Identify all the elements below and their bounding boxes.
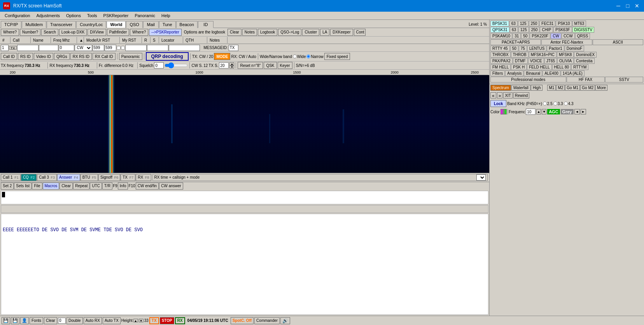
rx-rs-id-button[interactable]: RX RS ID xyxy=(70,53,92,60)
la-button[interactable]: LA xyxy=(320,29,329,36)
r-checkbox[interactable] xyxy=(117,46,121,50)
mode-sstv[interactable]: SSTV xyxy=(605,77,643,83)
mode-button[interactable]: MODE xyxy=(214,53,230,60)
lookup-button[interactable]: Look-up DXK xyxy=(59,29,87,36)
tab-transceiver[interactable]: Transceiver xyxy=(47,21,76,28)
tab-id[interactable]: ID xyxy=(198,21,214,28)
mode-mfsk16pic[interactable]: MFSK16+PIC xyxy=(529,52,556,58)
wf-sub-gom1[interactable]: Go M1 xyxy=(565,85,580,91)
mode-mt63[interactable]: MT63 xyxy=(572,21,586,26)
qrp-button[interactable]: QRP decoding xyxy=(146,52,189,61)
mode-select[interactable]: CW USB LSB AM FM xyxy=(75,45,92,51)
band-3.3-radio[interactable] xyxy=(553,102,557,105)
col-mode[interactable]: Mode/Ur RST xyxy=(85,37,120,43)
fn-clear[interactable]: Clear xyxy=(60,183,73,190)
fn-answer[interactable]: Answer F4 xyxy=(57,174,80,181)
mode-pskh[interactable]: PSK H xyxy=(511,64,527,70)
mode-throbx[interactable]: THROBX xyxy=(490,52,511,58)
video-id-button[interactable]: Video ID xyxy=(34,53,53,60)
fn-call3[interactable]: Call 3 F3 xyxy=(37,174,57,181)
col-name[interactable]: Name xyxy=(32,37,51,43)
tab-multidem[interactable]: Multidem xyxy=(22,21,46,28)
mode-throb[interactable]: THROB xyxy=(511,52,528,58)
fonts-button[interactable]: Fonts xyxy=(30,317,43,324)
wf-tab-waterfall[interactable]: Waterfall xyxy=(511,85,530,91)
col-notes[interactable]: Notes xyxy=(208,37,228,43)
mode-pskam10[interactable]: PSKAM10 xyxy=(490,33,512,39)
mode-ale400[interactable]: ALE400 xyxy=(542,70,560,76)
dxkeeper-button[interactable]: DXKeeper xyxy=(330,29,353,36)
auto-tx-button[interactable]: Auto TX xyxy=(103,317,121,324)
save2-button[interactable]: 💾 xyxy=(11,317,19,324)
mode-bpsk250[interactable]: 250 xyxy=(529,21,539,26)
cluster-button[interactable]: Cluster xyxy=(302,29,319,36)
col-freq[interactable]: Freq Mhz xyxy=(52,37,77,43)
tab-country[interactable]: Country/Loc xyxy=(76,21,106,28)
fn-set2[interactable]: Set 2 xyxy=(1,183,14,190)
tx-indicator[interactable]: TX xyxy=(9,46,17,49)
fn-cq[interactable]: CQ F2 xyxy=(21,174,37,181)
col-qth[interactable]: QTH xyxy=(184,37,207,43)
mode-qrss[interactable]: QRSS xyxy=(575,33,590,39)
call-input[interactable] xyxy=(17,45,38,51)
fn-cw-end[interactable]: CW end/fin xyxy=(136,183,159,190)
mode-bpsk125[interactable]: 125 xyxy=(518,21,528,26)
band-2.5-radio[interactable] xyxy=(543,102,547,105)
freq-input[interactable]: 0 xyxy=(59,45,74,51)
keyer-button[interactable]: Keyer xyxy=(278,62,292,69)
name-input[interactable] xyxy=(39,45,58,51)
mode-voice[interactable]: VOICE xyxy=(528,58,544,64)
wf-rewind[interactable]: Rewind xyxy=(513,92,529,98)
mode-bpsk63[interactable]: 63 xyxy=(509,21,518,26)
wf-back[interactable]: « xyxy=(490,92,496,98)
mode-professional[interactable]: Professional modes xyxy=(490,77,566,83)
mode-pskam50[interactable]: 50 xyxy=(521,33,529,39)
menu-tools[interactable]: Tools xyxy=(84,12,100,19)
fn-tx[interactable]: TX F7 xyxy=(121,174,135,181)
height-up-btn[interactable]: ▲ xyxy=(133,319,138,322)
spotc-button[interactable]: SpotC. Off xyxy=(231,317,254,324)
fn-call1[interactable]: Call 1 F1 xyxy=(1,174,21,181)
mode-analysis[interactable]: Analysis xyxy=(505,70,523,76)
fn-info[interactable]: Info xyxy=(118,183,128,190)
commander-button[interactable]: Commander xyxy=(254,317,280,324)
where2-button[interactable]: Where? xyxy=(130,29,148,36)
mode-bpsk31[interactable]: BPSK31 xyxy=(490,21,509,26)
rx-display-select[interactable] xyxy=(476,174,486,181)
wf-xit[interactable]: XIT xyxy=(503,92,513,98)
mode-dtmf[interactable]: DTMF xyxy=(513,58,528,64)
rx-status-button[interactable]: RX xyxy=(175,317,185,324)
tx-text-area[interactable] xyxy=(1,191,488,204)
freq-dn-btn[interactable]: ▼ xyxy=(542,109,546,114)
mode-psk63f[interactable]: PSK63F xyxy=(553,27,572,33)
col-sort[interactable]: ▲ xyxy=(78,37,84,43)
waterfall-display[interactable] xyxy=(0,75,489,173)
menu-pskreporter[interactable]: PSKReporter xyxy=(100,12,132,19)
mode-contestia[interactable]: Contestia xyxy=(574,58,594,64)
mode-digisstv[interactable]: DIGISSTV xyxy=(572,27,595,33)
tx-speed-input[interactable] xyxy=(219,62,229,69)
mode-rtty75[interactable]: 75 xyxy=(519,46,527,51)
qrgs-button[interactable]: QRGs xyxy=(54,53,70,60)
freq-right-btn[interactable]: ► xyxy=(581,109,586,114)
col-r[interactable]: R xyxy=(143,37,150,43)
col-s[interactable]: S xyxy=(151,37,159,43)
freq-left-btn[interactable]: ◄ xyxy=(574,109,580,114)
save1-button[interactable]: 💾 xyxy=(2,317,10,324)
mode-qpsk250[interactable]: 250 xyxy=(529,27,540,33)
rst-rcvd-input[interactable] xyxy=(105,45,116,51)
wf-sub-more[interactable]: More xyxy=(595,85,607,91)
mode-dominoex[interactable]: DominoEX xyxy=(574,52,597,58)
fn-utc[interactable]: UTC xyxy=(90,183,102,190)
qth-input[interactable] xyxy=(147,45,168,51)
mode-fec31[interactable]: FEC31 xyxy=(539,21,555,26)
clear-status-button[interactable]: Clear xyxy=(44,317,57,324)
auto-rx-button[interactable]: Auto RX xyxy=(84,317,102,324)
reset-button[interactable]: Reset n="8" xyxy=(238,62,263,69)
mode-hell80[interactable]: HELL 80 xyxy=(552,64,571,70)
mode-packet-aprs[interactable]: PACKET+APRS xyxy=(490,39,541,45)
freq-ctrl-input[interactable] xyxy=(526,109,536,115)
col-num[interactable]: # xyxy=(1,37,10,43)
stop-button[interactable]: STOP xyxy=(160,317,174,324)
height-dn-btn[interactable]: ▼ xyxy=(139,319,144,322)
